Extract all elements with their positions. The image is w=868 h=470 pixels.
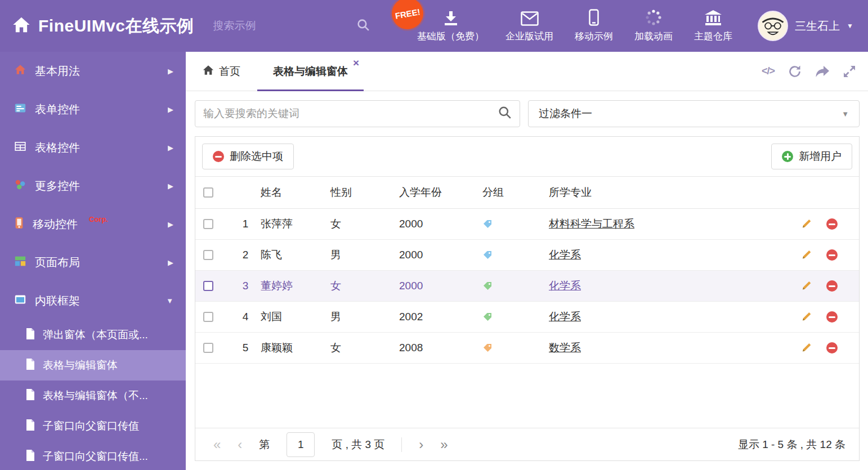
row-checkbox[interactable] [203,219,213,229]
nav-item-loading-animation[interactable]: 加载动画 [624,0,683,52]
nav-label: 基础版（免费） [417,30,484,43]
cell-name: 刘国 [261,310,330,324]
brand[interactable]: FineUIMvc在线示例 [12,15,194,38]
nav-item-enterprise-trial[interactable]: 企业版试用 [495,0,564,52]
select-all-checkbox[interactable] [203,187,213,198]
nav-item-mobile-demo[interactable]: 移动示例 [564,0,624,52]
refresh-icon[interactable] [788,65,802,78]
view-source-icon[interactable]: </> [762,65,775,77]
sidebar-item-inline-frame[interactable]: 内联框架 ▼ [0,281,186,320]
row-number: 3 [230,280,261,292]
cell-name: 张萍萍 [261,217,330,231]
row-actions [790,342,853,353]
sidebar-item-basic-usage[interactable]: 基本用法 ▶ [0,52,186,90]
major-link[interactable]: 材料科学与工程系 [549,217,790,231]
download-icon [442,9,459,26]
header-nav: FREE! 基础版（免费） 企业版试用 移动示例 [406,0,743,52]
last-page-button[interactable]: » [440,438,448,451]
sidebar-item-page-layout[interactable]: 页面布局 ▶ [0,243,186,281]
edit-icon[interactable] [800,280,812,292]
user-menu[interactable]: 三生石上 ▼ [758,11,853,41]
minus-circle-icon [213,151,224,162]
next-page-button[interactable]: › [419,438,423,451]
major-link[interactable]: 化学系 [549,279,790,293]
tag-icon [482,312,549,322]
file-icon [26,359,35,373]
sidebar-item-form-controls[interactable]: 表单控件 ▶ [0,90,186,128]
cell-gender: 男 [330,310,399,324]
open-new-window-icon[interactable] [815,65,830,78]
row-checkbox[interactable] [203,312,213,322]
row-number: 1 [230,218,261,230]
page-number-input[interactable] [287,432,315,457]
delete-icon[interactable] [826,311,838,323]
table-header: 姓名 性别 入学年份 分组 所学专业 [195,176,859,209]
row-checkbox[interactable] [203,281,213,291]
nav-item-theme-repo[interactable]: 主题仓库 [683,0,743,52]
sidebar-subitem-child-to-parent-2[interactable]: 子窗口向父窗口传值... [0,441,186,470]
sidebar-item-mobile-controls[interactable]: 移动控件Corp. ▶ [0,205,186,243]
column-header-major: 所学专业 [549,185,790,200]
keyword-search-box [195,100,520,127]
table-row[interactable]: 4 刘国 男 2002 化学系 [195,302,859,333]
sidebar-subitem-label: 子窗口向父窗口传值 [43,419,139,433]
delete-icon[interactable] [826,342,838,353]
app-header: FineUIMvc在线示例 FREE! 基础版（免费） 企业版试用 [0,0,868,52]
row-checkbox[interactable] [203,343,213,353]
home-icon [15,64,26,78]
delete-selected-label: 删除选中项 [230,149,283,164]
table-icon [15,141,26,155]
fullscreen-icon[interactable] [843,65,856,78]
delete-selected-button[interactable]: 删除选中项 [202,144,294,169]
prev-page-button[interactable]: ‹ [238,438,242,451]
cell-gender: 男 [330,248,399,262]
first-page-button[interactable]: « [213,438,221,451]
edit-icon[interactable] [800,342,812,353]
sidebar-subitem-grid-edit-window[interactable]: 表格与编辑窗体 [0,350,186,381]
table-row[interactable]: 2 陈飞 男 2000 化学系 [195,240,859,271]
tab-home[interactable]: 首页 [194,64,249,79]
chevron-right-icon: ▶ [168,105,173,114]
sidebar-subitem-grid-edit-window-2[interactable]: 表格与编辑窗体（不... [0,381,186,411]
delete-icon[interactable] [826,280,838,292]
sidebar-item-more-controls[interactable]: 更多控件 ▶ [0,167,186,205]
major-link[interactable]: 化学系 [549,310,790,324]
record-summary: 显示 1 - 5 条 , 共 12 条 [738,437,845,452]
add-user-button[interactable]: 新增用户 [771,144,852,169]
edit-icon[interactable] [800,311,812,323]
close-icon[interactable]: × [353,57,359,68]
major-link[interactable]: 数学系 [549,341,790,355]
nav-item-basic-free[interactable]: FREE! 基础版（免费） [406,0,495,52]
sidebar-subitem-label: 表格与编辑窗体（不... [43,388,148,403]
cell-name: 康颖颖 [261,341,330,355]
keyword-search-input[interactable] [203,108,498,120]
chevron-right-icon: ▶ [168,258,173,267]
table-row[interactable]: 3 董婷婷 女 2000 化学系 [195,271,859,302]
search-icon[interactable] [357,19,370,34]
sidebar-subitem-popup-window[interactable]: 弹出窗体（本页面或... [0,320,186,350]
row-checkbox[interactable] [203,250,213,260]
file-icon [26,419,35,433]
sidebar-item-label: 基本用法 [35,64,80,79]
tab-grid-edit-window[interactable]: 表格与编辑窗体 × [257,52,364,91]
table-row[interactable]: 5 康颖颖 女 2008 数学系 [195,333,859,364]
spinner-icon [645,9,662,26]
tag-icon [482,250,549,260]
major-link[interactable]: 化学系 [549,248,790,262]
sidebar-item-grid-controls[interactable]: 表格控件 ▶ [0,128,186,167]
app-title: FineUIMvc在线示例 [38,15,194,38]
filter-dropdown[interactable]: 过滤条件一 ▼ [528,100,860,127]
pagination-divider [401,437,402,452]
sidebar-subitem-child-to-parent[interactable]: 子窗口向父窗口传值 [0,411,186,441]
edit-icon[interactable] [800,218,812,230]
username[interactable]: 三生石上 [795,19,840,34]
header-search-input[interactable] [213,20,351,32]
delete-icon[interactable] [826,249,838,261]
edit-icon[interactable] [800,249,812,261]
table-row[interactable]: 1 张萍萍 女 2000 材料科学与工程系 [195,209,859,240]
delete-icon[interactable] [826,218,838,230]
search-icon[interactable] [498,106,512,122]
cell-year: 2000 [399,218,482,230]
avatar[interactable] [758,11,788,41]
cell-gender: 女 [330,279,399,293]
